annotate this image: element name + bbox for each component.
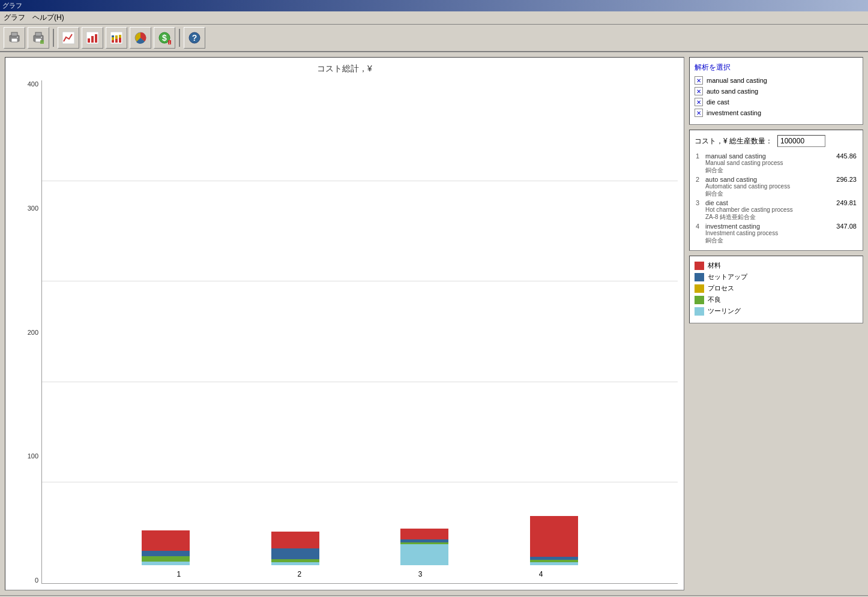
cost-row-1: 1 manual sand casting Manual sand castin… [695, 152, 858, 175]
cost-row-1-detail: Manual sand casting process [705, 160, 830, 166]
title-bar: グラフ [0, 0, 868, 11]
analysis-investment: ✕ investment casting [695, 109, 858, 117]
cost-row-3-detail: Hot chamber die casting process [705, 206, 830, 213]
color-setup-box [695, 273, 704, 281]
menu-help[interactable]: ヘルプ(H) [32, 13, 64, 23]
analysis-investment-label: investment casting [707, 109, 761, 116]
y-label-200: 200 [28, 329, 38, 336]
cost-row-4-name: investment casting [705, 223, 830, 230]
cost-section: コスト，¥ 総生産数量： 1 manual sand casting Manua… [689, 130, 863, 251]
bar-2 [271, 532, 319, 565]
bar-4 [530, 516, 578, 565]
x-label-2: 2 [298, 570, 302, 578]
svg-point-7 [41, 37, 42, 38]
bar-3-tooling [400, 544, 448, 565]
analysis-auto: ✕ auto sand casting [695, 87, 858, 95]
bar-group-3 [400, 529, 448, 565]
x-label-4: 4 [539, 570, 543, 578]
bar-1 [142, 530, 190, 565]
svg-rect-11 [88, 38, 90, 43]
bar-group-2 [271, 532, 319, 565]
color-process-box [695, 284, 704, 293]
color-material-box [695, 262, 704, 270]
analysis-manual-label: manual sand casting [707, 77, 767, 84]
print2-button[interactable] [28, 27, 49, 49]
svg-rect-19 [115, 35, 118, 39]
cost-row-3-info: die cast Hot chamber die casting process… [704, 199, 831, 222]
y-label-0: 0 [35, 577, 38, 584]
svg-text:↓: ↓ [168, 39, 171, 44]
bar-1-defect [142, 556, 190, 562]
print-button[interactable] [4, 27, 25, 49]
svg-rect-17 [112, 35, 114, 37]
chart-area: 400 300 200 100 0 [11, 80, 678, 584]
bar-3-material [400, 529, 448, 539]
analysis-auto-label: auto sand casting [707, 88, 758, 95]
bars-container [42, 80, 678, 565]
pie-chart-button[interactable] [130, 27, 151, 49]
y-label-100: 100 [28, 452, 38, 460]
chart-body: 1 2 3 4 [41, 80, 678, 584]
svg-rect-16 [112, 37, 114, 40]
cost-row-3: 3 die cast Hot chamber die casting proce… [695, 199, 858, 222]
color-legend-section: 材料 セットアップ プロセス 不良 ツーリング [689, 256, 863, 323]
cost-table: 1 manual sand casting Manual sand castin… [695, 152, 858, 245]
analysis-auto-checkbox[interactable]: ✕ [695, 87, 703, 95]
cost-production-input[interactable] [777, 135, 825, 147]
bar-1-setup [142, 551, 190, 556]
cost-row-4-material: 銅合金 [705, 236, 830, 245]
svg-rect-1 [11, 32, 17, 36]
cost-row-1-info: manual sand casting Manual sand casting … [704, 152, 831, 175]
main-content: コスト総計，¥ 400 300 200 100 0 [0, 52, 868, 595]
analysis-manual: ✕ manual sand casting [695, 76, 858, 85]
color-defect: 不良 [695, 295, 858, 304]
x-label-3: 3 [418, 570, 423, 578]
title-text: グラフ [2, 1, 22, 10]
cost-button[interactable]: $↓ [154, 27, 175, 49]
svg-point-3 [17, 37, 18, 38]
analysis-section: 解析を選択 ✕ manual sand casting ✕ auto sand … [689, 57, 863, 125]
bar-2-material [271, 532, 319, 548]
bar-1-material [142, 530, 190, 551]
analysis-section-title: 解析を選択 [695, 62, 858, 73]
line-chart-button[interactable] [58, 27, 79, 49]
cost-row-2-material: 銅合金 [705, 190, 830, 198]
cost-row-4-detail: Investment casting process [705, 230, 830, 236]
x-labels: 1 2 3 4 [42, 565, 678, 583]
bar-chart-button[interactable] [82, 27, 103, 49]
analysis-investment-checkbox[interactable]: ✕ [695, 109, 703, 117]
svg-rect-9 [62, 32, 74, 44]
chart-panel: コスト総計，¥ 400 300 200 100 0 [5, 57, 684, 590]
menu-graph[interactable]: グラフ [4, 13, 25, 23]
cost-row-3-value: 249.81 [831, 199, 858, 222]
cost-row-4-value: 347.08 [831, 222, 858, 245]
cost-row-4-num: 4 [695, 222, 704, 245]
cost-row-4-info: investment casting Investment casting pr… [704, 222, 831, 245]
svg-rect-13 [95, 34, 97, 43]
cost-row-1-num: 1 [695, 152, 704, 175]
cost-row-3-material: ZA-8 鋳造亜鉛合金 [705, 213, 830, 221]
color-material-label: 材料 [708, 261, 721, 270]
cost-row-4: 4 investment casting Investment casting … [695, 222, 858, 245]
color-tooling-box [695, 307, 704, 316]
svg-rect-15 [112, 40, 114, 43]
svg-text:$: $ [162, 33, 167, 43]
cost-row-2-value: 296.23 [831, 175, 858, 199]
right-panel: 解析を選択 ✕ manual sand casting ✕ auto sand … [689, 57, 863, 590]
bar-2-setup [271, 548, 319, 559]
menu-bar: グラフ ヘルプ(H) [0, 11, 868, 25]
analysis-manual-checkbox[interactable]: ✕ [695, 76, 703, 85]
color-material: 材料 [695, 261, 858, 270]
cost-row-2-detail: Automatic sand casting process [705, 183, 830, 190]
analysis-die: ✕ die cast [695, 98, 858, 106]
chart-title: コスト総計，¥ [11, 64, 678, 74]
analysis-die-label: die cast [707, 98, 729, 106]
analysis-die-checkbox[interactable]: ✕ [695, 98, 703, 106]
color-process: プロセス [695, 284, 858, 293]
cost-row-2-name: auto sand casting [705, 176, 830, 183]
stacked-bar-chart-button[interactable] [106, 27, 127, 49]
color-setup: セットアップ [695, 272, 858, 281]
color-tooling-label: ツーリング [708, 307, 741, 316]
help-button[interactable]: ? [184, 27, 205, 49]
bar-4-material [530, 516, 578, 557]
